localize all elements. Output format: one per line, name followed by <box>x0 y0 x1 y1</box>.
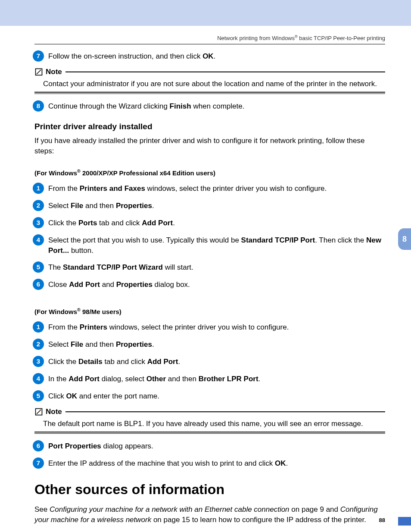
subhead-win98me: (For Windows® 98/Me users) <box>34 307 385 315</box>
bold: Ports <box>78 219 97 227</box>
text: . <box>214 52 216 60</box>
text: will start. <box>163 263 193 271</box>
text: tab and click <box>103 358 147 366</box>
step-bullet: 1 <box>33 183 44 194</box>
note-label: Note <box>46 68 62 76</box>
text: . <box>152 202 154 210</box>
s2-step-1: 1 From the Printers windows, select the … <box>33 321 385 333</box>
text: . <box>173 219 175 227</box>
step-bullet: 8 <box>33 100 44 112</box>
text: Follow the on-screen instruction, and th… <box>48 52 202 60</box>
text: Select <box>48 202 71 210</box>
text: 2000/XP/XP Professional x64 Edition user… <box>81 169 215 177</box>
text: and then <box>166 375 199 383</box>
text: and then <box>83 202 116 210</box>
step-text: Click the Ports tab and click Add Port. <box>48 217 175 228</box>
step-text: Click the Details tab and click Add Port… <box>48 356 180 367</box>
running-header: Network printing from Windows® basic TCP… <box>34 34 385 44</box>
s1-step-1: 1 From the Printers and Faxes windows, s… <box>33 183 385 194</box>
other-paragraph: See Configuring your machine for a netwo… <box>34 504 385 525</box>
text: See <box>34 505 50 513</box>
note-rule <box>65 411 385 412</box>
step-bullet: 7 <box>33 50 44 62</box>
step-text: Port Properties dialog appears. <box>48 440 153 451</box>
bold: OK <box>275 459 286 467</box>
page: 8 Network printing from Windows® basic T… <box>0 0 411 532</box>
step-7: 7 Follow the on-screen instruction, and … <box>33 50 385 62</box>
step-8: 8 Continue through the Wizard clicking F… <box>33 100 385 112</box>
step-text: Continue through the Wizard clicking Fin… <box>48 100 244 112</box>
step-text: The Standard TCP/IP Port Wizard will sta… <box>48 261 193 273</box>
text: (For Windows <box>34 169 77 177</box>
text: In the <box>48 375 68 383</box>
bold: Standard TCP/IP Port <box>241 236 315 244</box>
bold: Properties <box>116 340 152 348</box>
bold: Port Properties <box>48 442 101 450</box>
note-header: Note <box>34 68 385 76</box>
step-bullet: 3 <box>33 217 44 228</box>
step-text: Click OK and enter the port name. <box>48 390 159 401</box>
s2-step-4: 4 In the Add Port dialog, select Other a… <box>33 373 385 384</box>
note-body: The default port name is BLP1. If you ha… <box>43 419 385 429</box>
italic: Configuring your machine for a network w… <box>50 505 290 513</box>
text: button. <box>69 246 93 255</box>
step-bullet: 6 <box>33 440 44 451</box>
note-icon <box>34 68 43 76</box>
text: Enter the IP address of the machine that… <box>48 459 275 467</box>
text: The <box>48 263 63 271</box>
text: Continue through the Wizard clicking <box>48 102 170 110</box>
subhead-win2000xp: (For Windows® 2000/XP/XP Professional x6… <box>34 168 385 177</box>
registered-mark: ® <box>77 168 81 174</box>
bold: Add Port <box>69 280 100 289</box>
s2-step-5: 5 Click OK and enter the port name. <box>33 390 385 401</box>
s2-step-7: 7 Enter the IP address of the machine th… <box>33 457 385 469</box>
note-icon <box>34 408 43 416</box>
note-rule <box>65 72 385 72</box>
step-bullet: 6 <box>33 279 44 290</box>
s2-step-3: 3 Click the Details tab and click Add Po… <box>33 356 385 367</box>
step-text: From the Printers windows, select the pr… <box>48 321 289 333</box>
text: windows, select the printer driver you w… <box>107 323 289 331</box>
content-area: Network printing from Windows® basic TCP… <box>0 26 411 532</box>
step-text: Select File and then Properties. <box>48 339 154 350</box>
top-color-bar <box>0 0 411 26</box>
note-header: Note <box>34 408 385 416</box>
bold: Other <box>146 375 166 383</box>
bold: Add Port <box>147 358 178 366</box>
step-bullet: 7 <box>33 457 44 469</box>
page-corner-strip <box>398 517 411 526</box>
text: and <box>100 280 116 289</box>
step-text: Select File and then Properties. <box>48 200 154 211</box>
step-text: Follow the on-screen instruction, and th… <box>48 50 215 62</box>
text: . <box>152 340 154 348</box>
heading-other-sources: Other sources of information <box>34 482 385 498</box>
running-header-post: basic TCP/IP Peer-to-Peer printing <box>298 35 385 41</box>
text: (For Windows <box>34 308 77 315</box>
s2-step-6: 6 Port Properties dialog appears. <box>33 440 385 451</box>
text: . <box>286 459 288 467</box>
bold: File <box>71 202 83 210</box>
s1-step-5: 5 The Standard TCP/IP Port Wizard will s… <box>33 261 385 273</box>
registered-mark: ® <box>77 307 81 312</box>
bold: Standard TCP/IP Port Wizard <box>63 263 163 271</box>
step-bullet: 5 <box>33 261 44 273</box>
text: windows, select the printer driver you w… <box>145 184 327 193</box>
step-bullet: 5 <box>33 390 44 401</box>
heading-already-installed: Printer driver already installed <box>34 122 385 131</box>
text: Click the <box>48 358 78 366</box>
note-block: Note Contact your administrator if you a… <box>34 68 385 94</box>
text: dialog box. <box>153 280 190 289</box>
bold: Printers and Faxes <box>80 184 145 193</box>
s1-step-6: 6 Close Add Port and Properties dialog b… <box>33 279 385 290</box>
bold: OK <box>66 392 78 400</box>
text: Click <box>48 392 66 400</box>
text: when complete. <box>191 102 245 110</box>
text: Select the port that you wish to use. Ty… <box>48 236 241 244</box>
s1-step-2: 2 Select File and then Properties. <box>33 200 385 211</box>
step-bullet: 2 <box>33 200 44 211</box>
intro-paragraph: If you have already installed the printe… <box>34 136 385 156</box>
step-bullet: 4 <box>33 373 44 384</box>
text: and then <box>83 340 116 348</box>
bold: Brother LPR Port <box>199 375 258 383</box>
running-header-pre: Network printing from Windows <box>217 35 295 41</box>
